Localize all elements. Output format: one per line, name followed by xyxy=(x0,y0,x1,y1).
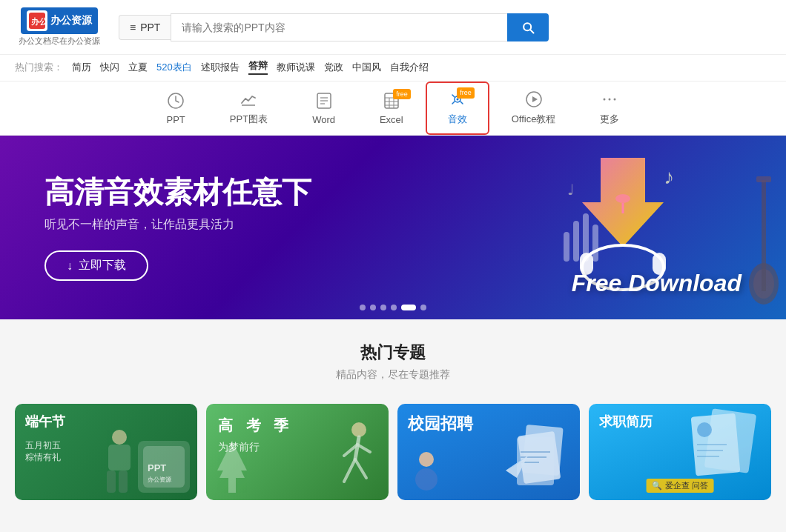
nav-bar: PPT PPT图表 Word free xyxy=(0,82,786,136)
logo-subtitle: 办公文档尽在办公资源 xyxy=(19,36,100,47)
watermark: 🔍 爱企查 问答 xyxy=(646,479,713,493)
card-duanwu-sub1: 五月初五 xyxy=(25,439,61,452)
card-duanwu-label: 端午节 xyxy=(25,413,65,431)
search-type-label: PPT xyxy=(140,21,160,33)
svg-line-49 xyxy=(357,445,370,452)
svg-point-20 xyxy=(614,99,616,101)
svg-text:♪: ♪ xyxy=(664,165,674,188)
hot-tag-520[interactable]: 520表白 xyxy=(156,61,192,74)
cards-row: 端午节 五月初五 粽情有礼 PPT 办公资源 高 考 季 为梦前行 xyxy=(0,404,786,515)
svg-rect-62 xyxy=(415,468,437,491)
logo-title: 办公资源 xyxy=(50,14,92,27)
word-icon xyxy=(315,92,333,112)
hot-tag-intro[interactable]: 自我介绍 xyxy=(390,61,429,74)
hot-tag-debate[interactable]: 答辩 xyxy=(248,59,268,75)
search-button[interactable] xyxy=(507,13,549,41)
hot-tag-resume[interactable]: 简历 xyxy=(72,61,91,74)
hot-search-bar: 热门搜索： 简历 快闪 立夏 520表白 述职报告 答辩 教师说课 党政 中国风… xyxy=(0,55,786,82)
svg-rect-64 xyxy=(704,408,757,473)
card-campus-label: 校园招聘 xyxy=(408,413,473,436)
dot-4[interactable] xyxy=(391,305,397,310)
search-input[interactable] xyxy=(171,13,507,41)
header: 办公 办公资源 办公文档尽在办公资源 ≡ PPT xyxy=(0,0,786,55)
logo-box[interactable]: 办公 办公资源 xyxy=(21,7,98,34)
hot-tag-report[interactable]: 述职报告 xyxy=(201,61,240,74)
ppt-deco: PPT 办公资源 xyxy=(138,441,190,493)
dot-5[interactable] xyxy=(401,305,416,310)
logo-icon: 办公 xyxy=(27,10,47,31)
hot-tag-teacher[interactable]: 教师说课 xyxy=(277,61,315,74)
hot-search-label: 热门搜索： xyxy=(15,61,63,74)
menu-icon: ≡ xyxy=(130,21,136,33)
nav-item-ppt-chart[interactable]: PPT图表 xyxy=(208,82,290,135)
dot-6[interactable] xyxy=(420,305,426,310)
nav-item-office-tutorial[interactable]: Office教程 xyxy=(489,82,578,135)
card-campus[interactable]: 校园招聘 xyxy=(397,404,580,500)
dot-1[interactable] xyxy=(360,305,366,310)
tree-deco xyxy=(214,437,251,496)
svg-point-15 xyxy=(456,99,458,101)
audio-free-badge: free xyxy=(457,87,475,99)
nav-item-excel[interactable]: free Excel xyxy=(357,83,426,134)
hot-tag-flash[interactable]: 快闪 xyxy=(100,61,119,74)
hot-tag-lixia[interactable]: 立夏 xyxy=(128,61,148,74)
office-tutorial-icon xyxy=(525,90,543,110)
banner-title: 高清音效素材任意下 xyxy=(44,174,311,210)
svg-point-19 xyxy=(609,99,611,101)
svg-point-29 xyxy=(615,194,630,203)
svg-point-44 xyxy=(351,422,366,437)
person-avatar xyxy=(408,448,445,493)
hot-tag-chinese[interactable]: 中国风 xyxy=(352,61,381,74)
dot-3[interactable] xyxy=(380,305,386,310)
download-arrow-icon: ↓ xyxy=(67,259,73,273)
nav-item-audio-label: 音效 xyxy=(448,113,467,126)
watermark-text: 爱企查 问答 xyxy=(665,481,708,490)
svg-rect-52 xyxy=(228,478,236,493)
nav-item-ppt-chart-label: PPT图表 xyxy=(230,113,268,126)
banner-decoration: ♪ ♩ xyxy=(549,143,697,291)
banner-content: 高清音效素材任意下 听见不一样的声音，让作品更具活力 ↓ 立即下载 xyxy=(0,152,356,303)
nav-item-more[interactable]: 更多 xyxy=(578,82,641,135)
svg-rect-41 xyxy=(108,445,131,471)
svg-point-61 xyxy=(419,452,434,467)
dot-2[interactable] xyxy=(370,305,376,310)
nav-item-word-label: Word xyxy=(312,114,335,125)
ppt-icon xyxy=(167,92,185,112)
more-icon xyxy=(601,90,618,110)
nav-item-ppt-label: PPT xyxy=(167,114,185,125)
card-job-label: 求职简历 xyxy=(599,413,653,431)
svg-rect-35 xyxy=(762,180,766,291)
svg-rect-28 xyxy=(592,225,598,262)
free-download-text: Free Download xyxy=(572,270,742,297)
svg-text:办公资源: 办公资源 xyxy=(147,476,172,483)
section-title: 热门专题 xyxy=(15,342,771,364)
svg-rect-26 xyxy=(573,221,579,262)
figure-deco xyxy=(86,426,138,500)
download-button[interactable]: ↓ 立即下载 xyxy=(44,250,148,281)
section-subtitle: 精品内容，尽在专题推荐 xyxy=(15,368,771,382)
banner-subtitle: 听见不一样的声音，让作品更具活力 xyxy=(44,217,311,233)
nav-item-ppt[interactable]: PPT xyxy=(145,83,208,134)
svg-text:♩: ♩ xyxy=(567,182,574,198)
nav-item-excel-label: Excel xyxy=(380,114,403,125)
hot-topics-section: 热门专题 精品内容，尽在专题推荐 xyxy=(0,319,786,404)
nav-item-audio[interactable]: free 音效 xyxy=(426,82,489,135)
logo-area[interactable]: 办公 办公资源 办公文档尽在办公资源 xyxy=(15,7,104,47)
svg-line-45 xyxy=(355,437,359,459)
gaokao-figure xyxy=(314,415,381,496)
svg-rect-25 xyxy=(564,232,569,262)
svg-point-18 xyxy=(604,99,606,101)
nav-item-more-label: 更多 xyxy=(600,113,619,126)
svg-rect-43 xyxy=(119,471,128,493)
hot-tag-party[interactable]: 党政 xyxy=(324,61,343,74)
card-duanwu[interactable]: 端午节 五月初五 粽情有礼 PPT 办公资源 xyxy=(15,404,197,500)
nav-item-word[interactable]: Word xyxy=(290,83,357,134)
search-type-selector[interactable]: ≡ PPT xyxy=(119,15,171,40)
download-label: 立即下载 xyxy=(79,258,126,273)
svg-text:办公: 办公 xyxy=(30,17,45,26)
card-gaokao[interactable]: 高 考 季 为梦前行 xyxy=(206,404,389,500)
svg-rect-42 xyxy=(107,471,116,493)
nav-item-office-tutorial-label: Office教程 xyxy=(512,113,556,126)
svg-rect-36 xyxy=(756,176,771,182)
card-job[interactable]: 求职简历 🔍 爱企查 问答 xyxy=(589,404,771,500)
